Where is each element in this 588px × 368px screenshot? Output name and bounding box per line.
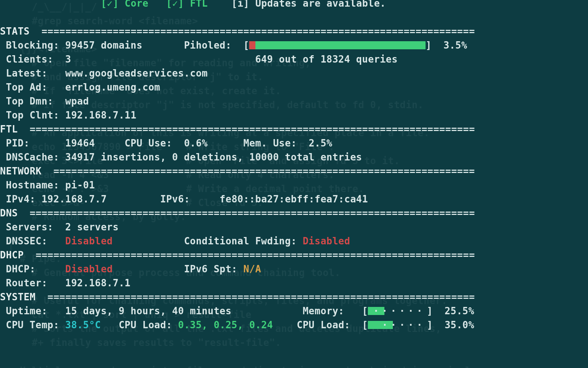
stats-latest-row: Latest: www.googleadservices.com (0, 66, 588, 80)
blocking-label: Blocking: (6, 40, 59, 51)
mem-label: Mem. Use: (243, 138, 297, 149)
dns-servers-row: Servers: 2 servers (0, 220, 588, 234)
ipv6-value: fe80::ba27:ebff:fea7:ca41 (220, 194, 368, 205)
topad-value: errlog.umeng.com (65, 82, 160, 93)
cpu-label: CPU Use: (125, 138, 172, 149)
topdmn-value: wpad (65, 96, 89, 107)
stats-topclnt-row: Top Clnt: 192.168.7.11 (0, 108, 588, 122)
pid-label: PID: (6, 138, 30, 149)
memory-bar: ······ (368, 307, 427, 315)
section-system: SYSTEM =================================… (0, 290, 588, 304)
system-uptime-row: Uptime: 15 days, 9 hours, 40 minutes Mem… (0, 304, 588, 318)
hostname-value: pi-01 (65, 180, 95, 191)
uptime-value: 15 days, 9 hours, 40 minutes (65, 305, 232, 316)
load-values: 0.35, 0.25, 0.24 (178, 319, 273, 330)
piholed-detail: 649 out of 18324 queries (255, 54, 398, 65)
dhcp-row1: DHCP: Disabled IPv6 Spt: N/A (0, 262, 588, 276)
topclnt-value: 192.168.7.11 (65, 110, 137, 121)
dhcp-router-row: Router: 192.168.7.1 (0, 276, 588, 290)
dnssec-value: Disabled (65, 236, 113, 247)
pid-value: 19464 (65, 138, 95, 149)
load-label: CPU Load: (119, 319, 172, 330)
blocking-value: 99457 domains (65, 40, 143, 51)
router-label: Router: (6, 277, 47, 289)
memory-bar-dots: ······ (368, 307, 427, 315)
ipv4-value: 192.168.7.7 (42, 194, 107, 205)
mem-value: 2.5% (309, 138, 333, 149)
ipv6spt-value: N/A (243, 263, 261, 275)
clients-value: 3 (65, 54, 71, 65)
clients-label: Clients: (6, 54, 53, 65)
router-value: 192.168.7.1 (65, 277, 131, 289)
stats-clients-row: Clients: 3 649 out of 18324 queries (0, 52, 588, 66)
section-dns: DNS ====================================… (0, 206, 588, 220)
piholed-bar (249, 41, 426, 49)
network-host-row: Hostname: pi-01 (0, 178, 588, 192)
dhcp-label: DHCP: (6, 263, 36, 275)
dns-dnssec-row: DNSSEC: Disabled Conditional Fwding: Dis… (0, 234, 588, 248)
section-stats: STATS ==================================… (0, 24, 588, 38)
dnssec-label: DNSSEC: (6, 236, 47, 247)
temp-label: CPU Temp: (6, 319, 59, 330)
cpu-bar-dots: ····· (368, 321, 427, 329)
cpu-value: 0.6% (184, 138, 208, 149)
dnscache-label: DNSCache: (6, 152, 59, 163)
latest-label: Latest: (6, 68, 47, 79)
system-cpu-row: CPU Temp: 38.5°C CPU Load: 0.35, 0.25, 0… (0, 318, 588, 332)
stats-blocking-row: Blocking: 99457 domains Piholed: [] 3.5% (0, 38, 588, 52)
piholed-pct: 3.5% (444, 40, 467, 51)
cfwd-label: Conditional Fwding: (184, 236, 297, 247)
cpu-pct: 35.0% (445, 319, 474, 330)
cfwd-value: Disabled (303, 236, 350, 247)
uptime-label: Uptime: (6, 305, 47, 316)
cpu-bar: ····· (368, 321, 427, 329)
ipv6spt-label: IPv6 Spt: (184, 263, 237, 275)
piholed-bar-blocked (249, 41, 255, 49)
servers-label: Servers: (6, 222, 53, 233)
core-status: [✓] Core (101, 0, 148, 9)
piholed-label: Piholed: (184, 40, 232, 51)
terminal-screen: ................[✓] Core [✓] FTL [i] Upd… (0, 0, 588, 368)
ftl-row1: PID: 19464 CPU Use: 0.6% Mem. Use: 2.5% (0, 136, 588, 150)
ipv6-label: IPv6: (160, 194, 190, 205)
section-ftl: FTL ====================================… (0, 122, 588, 136)
stats-topad-row: Top Ad: errlog.umeng.com (0, 80, 588, 94)
ipv4-label: IPv4: (6, 194, 36, 205)
header-status-line: ................[✓] Core [✓] FTL [i] Upd… (0, 0, 588, 10)
hostname-label: Hostname: (6, 180, 59, 191)
topclnt-label: Top Clnt: (6, 110, 59, 121)
section-dhcp: DHCP ===================================… (0, 248, 588, 262)
ftl-dnscache-row: DNSCache: 34917 insertions, 0 deletions,… (0, 150, 588, 164)
network-ip-row: IPv4: 192.168.7.7 IPv6: fe80::ba27:ebff:… (0, 192, 588, 206)
servers-value: 2 servers (65, 222, 119, 233)
topad-label: Top Ad: (6, 82, 47, 93)
memory-pct: 25.5% (445, 305, 474, 316)
topdmn-label: Top Dmn: (6, 96, 53, 107)
dhcp-value: Disabled (65, 263, 113, 275)
memory-label: Memory: (303, 305, 344, 316)
ftl-status: [✓] FTL (166, 0, 208, 9)
dnscache-value: 34917 insertions, 0 deletions, 10000 tot… (65, 152, 362, 163)
updates-notice: [i] Updates are available. (232, 0, 386, 9)
temp-value: 38.5°C (65, 319, 101, 330)
latest-value: www.googleadservices.com (65, 68, 208, 79)
section-network: NETWORK ================================… (0, 164, 588, 178)
stats-topdmn-row: Top Dmn: wpad (0, 94, 588, 108)
load2-label: CPU Load: (297, 319, 350, 330)
